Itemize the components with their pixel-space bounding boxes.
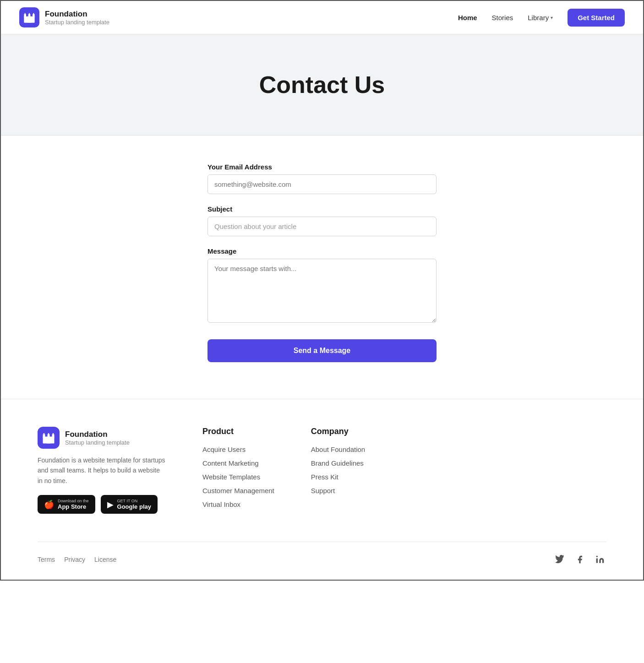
nav-brand-text: Foundation Startup landing template bbox=[45, 10, 109, 26]
svg-rect-14 bbox=[53, 433, 54, 435]
footer-brand: Foundation Startup landing template Foun… bbox=[38, 427, 166, 514]
svg-rect-4 bbox=[25, 13, 26, 16]
legal-link[interactable]: Terms bbox=[38, 556, 55, 563]
footer-product-heading: Product bbox=[202, 427, 274, 436]
svg-rect-13 bbox=[48, 433, 49, 435]
twitter-icon[interactable] bbox=[553, 553, 566, 566]
subject-label: Subject bbox=[207, 205, 437, 213]
nav-library-link[interactable]: Library ▾ bbox=[528, 14, 553, 22]
legal-link[interactable]: Privacy bbox=[64, 556, 85, 563]
svg-point-16 bbox=[596, 556, 598, 557]
nav-stories-link[interactable]: Stories bbox=[492, 14, 513, 22]
footer-castle-icon bbox=[42, 431, 55, 445]
navbar: Foundation Startup landing template Home… bbox=[1, 1, 643, 34]
list-item: Acquire Users bbox=[202, 446, 274, 454]
list-item: Content Marketing bbox=[202, 459, 274, 467]
brand-name: Foundation bbox=[45, 10, 109, 19]
footer-bottom: TermsPrivacyLicense bbox=[38, 542, 606, 566]
chevron-down-icon: ▾ bbox=[551, 15, 553, 20]
footer-company-col: Company About FoundationBrand Guidelines… bbox=[311, 427, 365, 514]
footer-product-list: Acquire UsersContent MarketingWebsite Te… bbox=[202, 446, 274, 509]
legal-link[interactable]: License bbox=[94, 556, 116, 563]
email-form-group: Your Email Address bbox=[207, 163, 437, 194]
app-store-text: Download on the App Store bbox=[58, 499, 89, 510]
subject-input[interactable] bbox=[207, 217, 437, 236]
nav-brand: Foundation Startup landing template bbox=[19, 7, 109, 27]
footer: Foundation Startup landing template Foun… bbox=[1, 399, 643, 580]
list-item: About Foundation bbox=[311, 446, 365, 454]
facebook-icon[interactable] bbox=[573, 553, 586, 566]
google-play-icon: ▶ bbox=[107, 500, 114, 510]
footer-legal-links: TermsPrivacyLicense bbox=[38, 556, 116, 563]
footer-columns: Product Acquire UsersContent MarketingWe… bbox=[202, 427, 606, 514]
list-item: Support bbox=[311, 487, 365, 495]
email-input[interactable] bbox=[207, 174, 437, 194]
list-item: Brand Guidelines bbox=[311, 459, 365, 467]
list-item: Virtual Inbox bbox=[202, 500, 274, 509]
footer-brand-name: Foundation bbox=[65, 430, 130, 439]
list-item: Press Kit bbox=[311, 473, 365, 481]
footer-logo-icon bbox=[38, 427, 60, 449]
svg-rect-12 bbox=[44, 433, 45, 435]
message-form-group: Message bbox=[207, 247, 437, 325]
footer-logo-row: Foundation Startup landing template bbox=[38, 427, 166, 449]
contact-form-section: Your Email Address Subject Message Send … bbox=[1, 136, 643, 399]
footer-top: Foundation Startup landing template Foun… bbox=[38, 427, 606, 514]
brand-subtitle: Startup landing template bbox=[45, 19, 109, 26]
send-message-button[interactable]: Send a Message bbox=[207, 339, 437, 362]
footer-description: Foundation is a website template for sta… bbox=[38, 455, 166, 486]
message-label: Message bbox=[207, 247, 437, 255]
nav-home-link[interactable]: Home bbox=[458, 14, 477, 22]
app-store-badge[interactable]: 🍎 Download on the App Store bbox=[38, 495, 95, 514]
subject-form-group: Subject bbox=[207, 205, 437, 236]
footer-brand-subtitle: Startup landing template bbox=[65, 439, 130, 446]
apple-icon: 🍎 bbox=[44, 500, 54, 510]
linkedin-icon[interactable] bbox=[594, 553, 606, 566]
email-label: Your Email Address bbox=[207, 163, 437, 171]
castle-icon bbox=[23, 11, 36, 24]
svg-rect-5 bbox=[29, 13, 30, 16]
get-started-button[interactable]: Get Started bbox=[568, 9, 625, 27]
footer-brand-text: Foundation Startup landing template bbox=[65, 430, 130, 446]
svg-rect-7 bbox=[28, 18, 31, 22]
nav-links: Home Stories Library ▾ bbox=[458, 14, 553, 22]
google-play-badge[interactable]: ▶ GET IT ON Google play bbox=[101, 495, 158, 514]
nav-logo-icon bbox=[19, 7, 39, 27]
hero-section: Contact Us bbox=[1, 34, 643, 136]
svg-rect-6 bbox=[33, 13, 34, 16]
svg-rect-15 bbox=[47, 439, 50, 444]
google-play-text: GET IT ON Google play bbox=[117, 499, 151, 510]
list-item: Customer Management bbox=[202, 487, 274, 495]
form-container: Your Email Address Subject Message Send … bbox=[207, 163, 437, 362]
page-title: Contact Us bbox=[19, 71, 625, 98]
list-item: Website Templates bbox=[202, 473, 274, 481]
footer-company-heading: Company bbox=[311, 427, 365, 436]
footer-product-col: Product Acquire UsersContent MarketingWe… bbox=[202, 427, 274, 514]
message-textarea[interactable] bbox=[207, 259, 437, 323]
social-icons bbox=[553, 553, 606, 566]
app-badges: 🍎 Download on the App Store ▶ GET IT ON … bbox=[38, 495, 166, 514]
footer-company-list: About FoundationBrand GuidelinesPress Ki… bbox=[311, 446, 365, 495]
